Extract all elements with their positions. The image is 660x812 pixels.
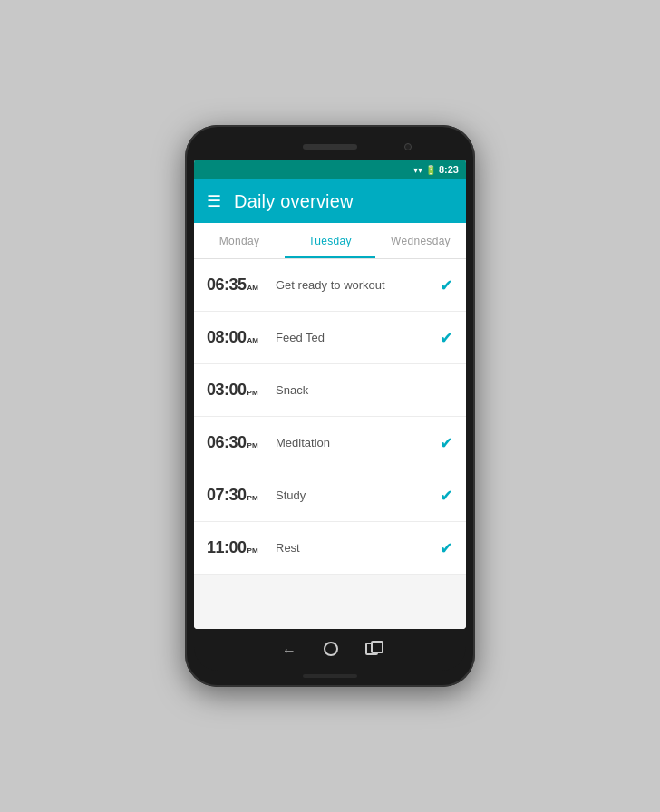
schedule-item[interactable]: 08:00 AM Feed Ted ✔ <box>194 312 466 364</box>
schedule-task-3: Meditation <box>276 436 432 450</box>
phone-device: ▾▾ 🔋 8:23 ☰ Daily overview Monday Tuesda… <box>185 125 475 687</box>
schedule-task-5: Rest <box>276 541 432 555</box>
check-icon-4: ✔ <box>440 486 453 506</box>
phone-home-indicator <box>303 674 357 678</box>
tab-monday[interactable]: Monday <box>194 223 285 258</box>
schedule-item[interactable]: 07:30 PM Study ✔ <box>194 469 466 522</box>
schedule-time-4: 07:30 PM <box>207 486 270 505</box>
schedule-task-1: Feed Ted <box>276 331 432 344</box>
schedule-item[interactable]: 03:00 PM Snack <box>194 364 466 417</box>
schedule-item[interactable]: 11:00 PM Rest ✔ <box>194 522 466 575</box>
phone-screen: ▾▾ 🔋 8:23 ☰ Daily overview Monday Tuesda… <box>194 160 466 629</box>
schedule-task-2: Snack <box>276 383 453 397</box>
schedule-item[interactable]: 06:30 PM Meditation ✔ <box>194 417 466 469</box>
status-bar: ▾▾ 🔋 8:23 <box>194 160 466 179</box>
schedule-time-5: 11:00 PM <box>207 538 270 557</box>
time-period-1: AM <box>248 336 258 344</box>
phone-top-bar <box>194 134 466 160</box>
schedule-time-3: 06:30 PM <box>207 433 270 452</box>
toolbar-title: Daily overview <box>234 191 354 212</box>
time-main-2: 03:00 <box>207 381 247 400</box>
time-period-2: PM <box>248 389 258 397</box>
check-icon-0: ✔ <box>440 276 453 295</box>
phone-camera <box>404 143 412 150</box>
status-time: 8:23 <box>439 164 459 175</box>
wifi-icon: ▾▾ <box>413 165 422 175</box>
time-main-5: 11:00 <box>207 538 247 557</box>
schedule-time-0: 06:35 AM <box>207 276 270 295</box>
check-icon-1: ✔ <box>440 328 453 348</box>
schedule-list: 06:35 AM Get ready to workout ✔ 08:00 AM… <box>194 259 466 629</box>
tab-tuesday[interactable]: Tuesday <box>285 223 375 258</box>
time-main-3: 06:30 <box>207 433 247 452</box>
home-button[interactable] <box>324 642 338 660</box>
schedule-time-1: 08:00 AM <box>207 328 270 347</box>
time-period-4: PM <box>248 494 258 502</box>
time-period-0: AM <box>248 284 258 292</box>
check-icon-3: ✔ <box>440 433 453 453</box>
check-icon-5: ✔ <box>440 538 453 558</box>
time-main-0: 06:35 <box>207 276 247 295</box>
phone-bottom-bar: ← <box>194 631 466 671</box>
schedule-task-0: Get ready to workout <box>276 278 432 292</box>
schedule-task-4: Study <box>276 488 432 502</box>
time-period-5: PM <box>248 546 258 555</box>
phone-speaker <box>303 144 357 150</box>
hamburger-icon[interactable]: ☰ <box>207 191 221 211</box>
schedule-item[interactable]: 06:35 AM Get ready to workout ✔ <box>194 259 466 312</box>
recents-button[interactable] <box>365 643 378 659</box>
status-icons: ▾▾ 🔋 8:23 <box>413 164 459 175</box>
time-main-1: 08:00 <box>207 328 247 347</box>
time-main-4: 07:30 <box>207 486 247 505</box>
time-period-3: PM <box>248 441 258 450</box>
toolbar: ☰ Daily overview <box>194 179 466 223</box>
battery-icon: 🔋 <box>425 165 436 175</box>
schedule-time-2: 03:00 PM <box>207 381 270 400</box>
tabs-bar: Monday Tuesday Wednesday <box>194 223 466 259</box>
back-button[interactable]: ← <box>282 643 296 659</box>
tab-wednesday[interactable]: Wednesday <box>375 223 466 258</box>
